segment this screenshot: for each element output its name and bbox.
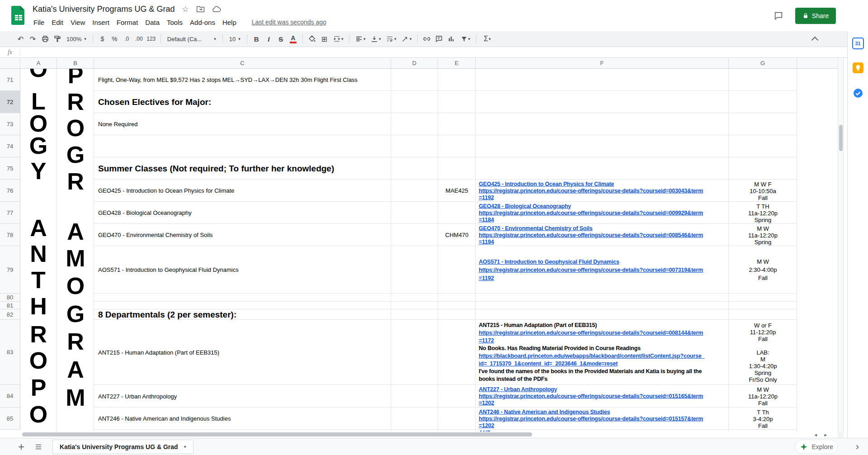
cell-G85[interactable]: T Th3-4:20pFall (729, 408, 797, 430)
cell-C79[interactable]: AOS571 - Introduction to Geophysical Flu… (94, 246, 391, 294)
merge-cells-button[interactable]: ▾ (330, 33, 346, 45)
borders-icon[interactable]: ⊞ (318, 33, 330, 45)
cell-G83[interactable]: W or F11-12:20pFall LAB:M1:30-4:20pSprin… (729, 320, 797, 385)
column-header-G[interactable]: G (729, 58, 797, 69)
cell-link-line[interactable]: https://registrar.princeton.edu/course-o… (479, 329, 726, 337)
star-icon[interactable]: ☆ (182, 5, 189, 14)
cell-link-line[interactable]: =1202 (479, 422, 726, 429)
cell-F84[interactable]: ANT227 - Urban Anthropologyhttps://regis… (476, 385, 729, 408)
cell-C72[interactable]: Chosen Electives for Major: (94, 91, 391, 113)
cell-G76[interactable]: M W F10-10:50aFall (729, 180, 797, 202)
formula-input[interactable] (20, 47, 847, 57)
cell-link-line[interactable]: =1184 (479, 216, 726, 223)
cell-G77[interactable]: T TH11a-12:20pSpring (729, 202, 797, 224)
cell-link-line[interactable]: https://registrar.princeton.edu/course-o… (479, 209, 726, 216)
insert-comment-icon[interactable] (433, 33, 445, 45)
cell-C77[interactable]: GEO428 - Biological Oceanography (94, 202, 391, 224)
row-header-80[interactable]: 80 (0, 294, 20, 302)
cell-F79[interactable]: AOS571 - Introduction to Geophysical Flu… (476, 246, 729, 294)
sheet-tab-menu-icon[interactable]: ▾ (184, 444, 186, 449)
row-header-84[interactable]: 84 (0, 385, 20, 408)
last-edit-status[interactable]: Last edit was seconds ago (252, 19, 326, 26)
column-header-B[interactable]: B (57, 58, 94, 69)
cell-link-line[interactable]: =1192 (479, 274, 726, 282)
menu-format[interactable]: Format (113, 19, 142, 26)
functions-button[interactable]: Σ ▾ (480, 33, 495, 45)
move-folder-icon[interactable] (196, 5, 205, 13)
redo-icon[interactable]: ↷ (27, 33, 39, 45)
collapse-toolbar-icon[interactable] (811, 37, 819, 44)
cell-F85[interactable]: ANT246 - Native American and Indigenous … (476, 408, 729, 430)
text-color-button[interactable]: A (287, 33, 299, 45)
menu-data[interactable]: Data (142, 19, 163, 26)
menu-insert[interactable]: Insert (89, 19, 113, 26)
row-header-79[interactable]: 79 (0, 246, 20, 294)
row-header-75[interactable]: 75 (0, 157, 20, 180)
menu-tools[interactable]: Tools (163, 19, 186, 26)
document-title[interactable]: Katia's University Programs UG & Grad (33, 5, 175, 14)
sheets-logo-icon[interactable] (11, 5, 26, 25)
more-formats-button[interactable]: 123 (145, 33, 157, 45)
column-header-F[interactable]: F (476, 58, 729, 69)
fill-color-icon[interactable] (306, 33, 318, 45)
menu-edit[interactable]: Edit (48, 19, 67, 26)
row-header-78[interactable]: 78 (0, 224, 20, 246)
cell-G79[interactable]: M W2:30-4:00pFall (729, 246, 797, 294)
horizontal-align-button[interactable]: ▾ (353, 33, 368, 45)
cell-link-line[interactable]: =1202 (479, 400, 726, 407)
all-sheets-icon[interactable] (34, 443, 42, 451)
cell-E76[interactable]: MAE425 (438, 180, 476, 202)
menu-addons[interactable]: Add-ons (186, 19, 219, 26)
row-header-74[interactable]: 74 (0, 135, 20, 157)
cell-link-line[interactable]: https://registrar.princeton.edu/course-o… (479, 187, 726, 194)
cell-link-line[interactable]: AOS571 - Introduction to Geophysical Flu… (479, 258, 726, 266)
cell-C76[interactable]: GEO425 - Introduction to Ocean Physics f… (94, 180, 391, 202)
column-header-D[interactable]: D (391, 58, 438, 69)
decrease-decimal-button[interactable]: .0 (121, 33, 133, 45)
cell-C78[interactable]: GEO470 - Environmental Chemistry of Soil… (94, 224, 391, 246)
cell-C85[interactable]: ANT246 - Native American and Indigenous … (94, 408, 391, 430)
cell-C84[interactable]: ANT227 - Urban Anthropology (94, 385, 391, 408)
row-header-85[interactable]: 85 (0, 408, 20, 430)
cell-G78[interactable]: M W11a-12:20pSpring (729, 224, 797, 246)
sheet-tab[interactable]: Katia's University Programs UG & Grad ▾ (52, 440, 193, 454)
row-header-81[interactable]: 81 (0, 302, 20, 309)
cell-link-line[interactable]: =1172 (479, 337, 726, 345)
horizontal-scrollbar-thumb[interactable] (22, 432, 532, 436)
paint-format-icon[interactable] (51, 33, 63, 45)
row-header-72[interactable]: 72 (0, 91, 20, 113)
comment-history-icon[interactable] (774, 11, 783, 21)
cell-link-line[interactable]: https://registrar.princeton.edu/course-o… (479, 415, 726, 422)
cloud-status-icon[interactable] (212, 5, 221, 13)
cell-C73[interactable]: None Required (94, 113, 391, 135)
zoom-select[interactable]: 100% ▾ (63, 36, 90, 43)
column-header-E[interactable]: E (438, 58, 476, 69)
menu-help[interactable]: Help (219, 19, 240, 26)
scroll-right-icon[interactable]: ▸ (824, 431, 827, 438)
font-family-select[interactable]: Default (Ca... ▾ (164, 36, 219, 43)
show-side-panel-icon[interactable]: › (856, 441, 859, 453)
cell-link-line[interactable]: GEO428 - Biological Oceanography (479, 203, 726, 209)
row-header-77[interactable]: 77 (0, 202, 20, 224)
row-header-73[interactable]: 73 (0, 113, 20, 135)
cell-F76[interactable]: GEO425 - Introduction to Ocean Physics f… (476, 180, 729, 202)
cell-C71[interactable]: Flight, One-Way, from MEL $9,572 Has 2 s… (94, 69, 391, 91)
italic-button[interactable]: I (263, 33, 275, 45)
share-button[interactable]: Share (795, 8, 836, 24)
strikethrough-button[interactable]: S (275, 33, 287, 45)
cell-link-line[interactable]: =1194 (479, 238, 726, 245)
row-header-76[interactable]: 76 (0, 180, 20, 202)
insert-link-icon[interactable] (421, 33, 433, 45)
cell-F78[interactable]: GEO470 - Environmental Chemistry of Soil… (476, 224, 729, 246)
text-rotation-button[interactable]: ▾ (399, 33, 414, 45)
calendar-icon[interactable]: 31 (852, 38, 864, 49)
cell-C83[interactable]: ANT215 - Human Adaptation (Part of EEB31… (94, 320, 391, 385)
cell-link-line[interactable]: GEO425 - Introduction to Ocean Physics f… (479, 180, 726, 187)
column-header-C[interactable]: C (94, 58, 391, 69)
cell-link-line[interactable]: =1192 (479, 194, 726, 201)
bold-button[interactable]: B (250, 33, 263, 45)
font-size-select[interactable]: 10 ▾ (226, 36, 244, 43)
cell-F83[interactable]: ANT215 - Human Adaptation (Part of EEB31… (476, 320, 729, 385)
cell-link-line[interactable]: ANT246 - Native American and Indigenous … (479, 408, 726, 415)
scroll-left-icon[interactable]: ◂ (814, 431, 817, 438)
